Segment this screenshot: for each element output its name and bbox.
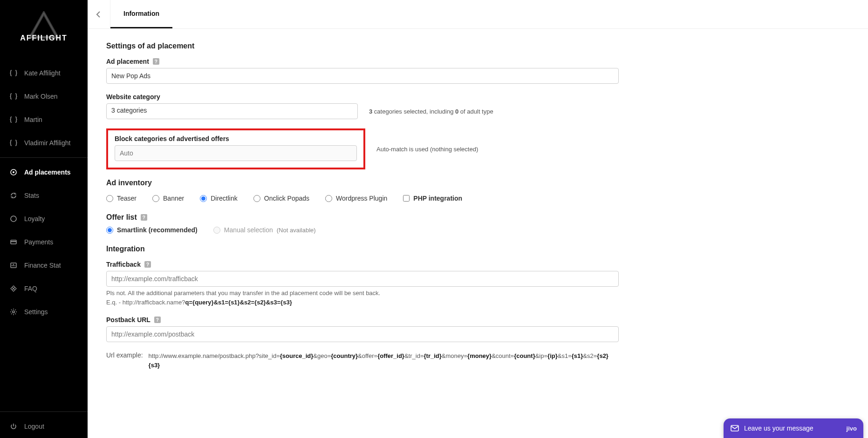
url-example: Url example: http://www.example.name/pos…: [106, 351, 693, 370]
radio-label: Smartlink (recommended): [117, 226, 198, 234]
sidebar-item-label: Vladimir Affilight: [24, 139, 70, 147]
sidebar-item-label: Mark Olsen: [24, 93, 58, 100]
offer-list-options: Smartlink (recommended) Manual selection…: [106, 226, 703, 234]
sidebar-item-faq[interactable]: FAQ: [0, 277, 88, 300]
topbar: Information: [88, 0, 868, 29]
sidebar-user-2[interactable]: Martin: [0, 108, 88, 131]
offer-manual: Manual selection (Not available): [213, 226, 316, 234]
block-categories-select[interactable]: [115, 145, 357, 161]
card-icon: [9, 238, 18, 246]
chat-brand: jivo: [847, 425, 857, 432]
website-category-label: Website category: [106, 93, 160, 101]
svg-point-2: [11, 216, 16, 222]
offer-smartlink[interactable]: Smartlink (recommended): [106, 226, 198, 234]
logo: AFFILIGHT: [0, 0, 88, 61]
target-icon: [9, 168, 18, 176]
radio-label: Banner: [163, 195, 184, 202]
user-braces-icon: [9, 115, 18, 124]
block-categories-label: Block categories of advertised offers: [115, 135, 357, 142]
sidebar-item-ad-placements[interactable]: Ad placements: [0, 161, 88, 184]
hint-prefix: E.q. - http://trafficback.name?: [106, 299, 185, 306]
sidebar-separator: [0, 157, 88, 158]
help-icon[interactable]: ?: [153, 58, 159, 65]
field-website-category: Website category 3 categories 3 categori…: [106, 93, 703, 119]
radio-label: Manual selection: [224, 226, 273, 234]
inventory-wordpress-plugin[interactable]: Wordpress Plugin: [325, 195, 387, 202]
help-icon[interactable]: ?: [154, 317, 161, 323]
section-title-integration: Integration: [106, 245, 703, 253]
sidebar-item-logout[interactable]: Logout: [0, 415, 88, 438]
sidebar-item-label: Payments: [24, 238, 53, 246]
checkbox-label: PHP integration: [413, 195, 462, 202]
user-braces-icon: [9, 139, 18, 147]
block-categories-note: Auto-match is used (nothing selected): [376, 146, 478, 153]
section-title-offer-list: Offer list: [106, 213, 137, 222]
inventory-directlink[interactable]: Directlink: [200, 195, 238, 202]
field-postback: Postback URL ?: [106, 316, 703, 342]
sidebar: AFFILIGHT Kate Affilight Mark Olsen Mart…: [0, 0, 88, 438]
ad-placement-input[interactable]: [106, 68, 619, 84]
trafficback-input[interactable]: [106, 271, 619, 287]
sidebar-user-1[interactable]: Mark Olsen: [0, 85, 88, 108]
sidebar-nav: Ad placements Stats Loyalty Payments Fin…: [0, 161, 88, 323]
sidebar-item-label: Martin: [24, 116, 42, 123]
user-braces-icon: [9, 92, 18, 101]
content: Settings of ad placement Ad placement ? …: [88, 29, 721, 388]
summary-suffix: of adult type: [458, 108, 493, 115]
back-button[interactable]: [88, 0, 110, 28]
trafficback-label: Trafficback: [106, 261, 141, 268]
hint-bold: q={query}&s1={s1}&s2={s2}&s3={s3}: [185, 299, 292, 306]
brand-text: AFFILIGHT: [20, 34, 68, 42]
chat-widget[interactable]: Leave us your message jivo: [724, 418, 863, 438]
sidebar-users: Kate Affilight Mark Olsen Martin Vladimi…: [0, 61, 88, 155]
block-categories-highlight: Block categories of advertised offers: [106, 128, 365, 169]
tab-information[interactable]: Information: [110, 0, 172, 28]
field-trafficback: Trafficback ? Pls not. All the additiona…: [106, 261, 703, 307]
help-icon[interactable]: ?: [144, 261, 151, 268]
sidebar-user-0[interactable]: Kate Affilight: [0, 61, 88, 85]
ad-inventory-options: Teaser Banner Directlink Onclick Popads …: [106, 195, 703, 202]
sidebar-user-3[interactable]: Vladimir Affilight: [0, 131, 88, 155]
sidebar-item-stats[interactable]: Stats: [0, 184, 88, 207]
svg-point-1: [13, 171, 14, 173]
chevron-left-icon: [95, 10, 103, 19]
sidebar-item-settings[interactable]: Settings: [0, 300, 88, 323]
website-category-select[interactable]: 3 categories: [106, 103, 358, 119]
sidebar-item-payments[interactable]: Payments: [0, 230, 88, 254]
inventory-banner[interactable]: Banner: [152, 195, 184, 202]
url-example-text: http://www.example.name/postback.php?sit…: [149, 351, 608, 370]
mail-icon: [730, 424, 739, 433]
postback-input[interactable]: [106, 326, 619, 342]
inventory-php-integration[interactable]: PHP integration: [403, 195, 462, 202]
circle-icon: [9, 215, 18, 223]
postback-label: Postback URL: [106, 316, 150, 323]
chat-message: Leave us your message: [744, 425, 813, 432]
help-icon: [9, 284, 18, 293]
inventory-onclick-popads[interactable]: Onclick Popads: [253, 195, 309, 202]
sidebar-item-label: Settings: [24, 308, 48, 316]
inventory-teaser[interactable]: Teaser: [106, 195, 137, 202]
gear-icon: [9, 308, 18, 316]
offer-manual-note: (Not available): [277, 227, 316, 234]
svg-rect-7: [731, 425, 738, 431]
sidebar-item-label: Kate Affilight: [24, 69, 61, 77]
field-ad-placement: Ad placement ?: [106, 58, 703, 84]
help-icon[interactable]: ?: [141, 214, 147, 221]
radio-label: Onclick Popads: [264, 195, 309, 202]
svg-point-6: [13, 311, 14, 313]
ad-placement-label: Ad placement: [106, 58, 149, 65]
sidebar-item-label: Finance Stat: [24, 262, 61, 269]
website-category-summary: 3 categories selected, including 0 of ad…: [369, 108, 493, 115]
sidebar-separator: [0, 411, 88, 412]
url-example-label: Url example:: [106, 351, 143, 359]
hint-line1: Pls not. All the additional parameters t…: [106, 290, 380, 296]
sidebar-item-label: Ad placements: [24, 168, 71, 176]
sidebar-item-label: Loyalty: [24, 215, 45, 222]
website-category-value: 3 categories: [111, 107, 147, 114]
section-title-inventory: Ad inventory: [106, 179, 703, 187]
power-icon: [9, 422, 18, 431]
sidebar-item-loyalty[interactable]: Loyalty: [0, 207, 88, 230]
sidebar-item-finance-stat[interactable]: Finance Stat: [0, 254, 88, 277]
sidebar-item-label: Logout: [24, 423, 44, 430]
field-block-categories: Block categories of advertised offers Au…: [106, 128, 703, 169]
